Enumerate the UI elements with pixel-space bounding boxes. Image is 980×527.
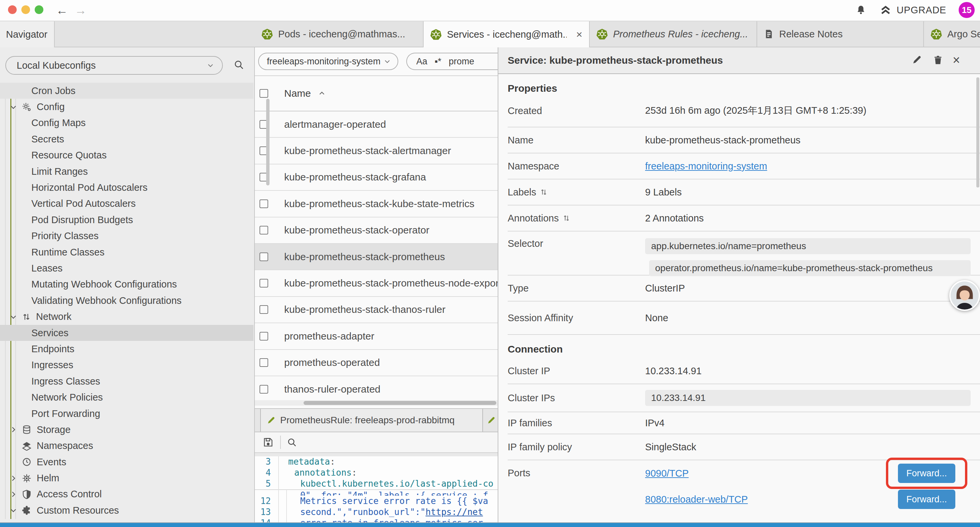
scrollbar-thumb[interactable] — [304, 401, 496, 405]
sidebar-item-helm[interactable]: Helm — [0, 470, 253, 486]
sidebar-item-definitions[interactable]: Definitions — [0, 519, 253, 519]
minimize-window-button[interactable] — [21, 5, 30, 14]
sidebar-item-custom-resources[interactable]: Custom Resources — [0, 502, 253, 518]
sidebar-item-runtime-classes[interactable]: Runtime Classes — [0, 244, 253, 260]
avatar[interactable] — [949, 280, 980, 311]
namespace-filter-select[interactable]: freeleaps-monitoring-system — [258, 53, 398, 70]
row-checkbox[interactable] — [259, 358, 268, 367]
scrollbar-thumb[interactable] — [976, 77, 979, 188]
sidebar-item-horizontal-pod-autoscalers[interactable]: Horizontal Pod Autoscalers — [0, 180, 253, 196]
select-all-checkbox[interactable] — [259, 89, 268, 98]
namespace-link[interactable]: freeleaps-monitoring-system — [645, 161, 767, 172]
tab-argo-se[interactable]: Argo Se — [924, 21, 980, 47]
forward-button[interactable]: Forward... — [898, 490, 955, 509]
sidebar-item-storage[interactable]: Storage — [0, 422, 253, 438]
row-checkbox[interactable] — [259, 226, 268, 234]
sidebar-item-port-forwarding[interactable]: Port Forwarding — [0, 406, 253, 422]
row-checkbox[interactable] — [259, 199, 268, 208]
property-label: Name — [508, 135, 645, 146]
edit-pencil-icon[interactable] — [912, 55, 922, 65]
sidebar-item-events[interactable]: Events — [0, 454, 253, 470]
editor-tab-prometheusrule[interactable]: PrometheusRule: freeleaps-prod-rabbitmq — [260, 409, 483, 431]
table-row[interactable]: prometheus-adapter — [255, 323, 498, 350]
sidebar-item-mutating-webhook-configuration[interactable]: Mutating Webhook Configurations — [0, 277, 253, 293]
forward-arrow-icon[interactable]: → — [75, 2, 87, 19]
sidebar-item-pod-disruption-budgets[interactable]: Pod Disruption Budgets — [0, 212, 253, 228]
horizontal-scrollbar[interactable] — [255, 400, 498, 406]
sidebar-item-ingresses[interactable]: Ingresses — [0, 357, 253, 373]
table-row[interactable]: kube-prometheus-stack-alertmanager — [255, 138, 498, 164]
sidebar-item-config[interactable]: Config — [0, 99, 253, 115]
close-window-button[interactable] — [8, 5, 17, 14]
tab-pods-icecheng-mathmas[interactable]: Pods - icecheng@mathmas... — [255, 21, 424, 47]
tab-services-icecheng-math[interactable]: Services - icecheng@math...× — [424, 21, 590, 47]
tab-prometheus-rules-icecheng[interactable]: Prometheus Rules - icecheng... — [590, 21, 757, 47]
save-icon[interactable] — [263, 437, 274, 447]
row-checkbox[interactable] — [259, 305, 268, 314]
match-case-toggle[interactable]: Aa — [416, 56, 427, 67]
sidebar-item-limit-ranges[interactable]: Limit Ranges — [0, 164, 253, 180]
chevron-down-icon — [10, 103, 18, 111]
sidebar-item-config-maps[interactable]: Config Maps — [0, 115, 253, 131]
sort-ascending-icon[interactable] — [318, 90, 326, 97]
table-row[interactable]: alertmanager-operated — [255, 111, 498, 138]
service-detail-drawer: Service: kube-prometheus-stack-prometheu… — [498, 47, 980, 523]
table-row[interactable]: kube-prometheus-stack-prometheus — [255, 244, 498, 270]
table-row[interactable]: kube-prometheus-stack-grafana — [255, 164, 498, 191]
property-row-annotations: Annotations2 Annotations — [508, 205, 980, 231]
row-checkbox[interactable] — [259, 279, 268, 288]
drawer-title: Service: kube-prometheus-stack-prometheu… — [508, 55, 723, 66]
name-column-header[interactable]: Name — [284, 88, 311, 99]
bell-icon[interactable] — [856, 5, 866, 15]
port-link[interactable]: 9090/TCP — [645, 468, 689, 479]
search-box[interactable]: Aa ▪* prome — [406, 53, 506, 70]
scrollbar-thumb[interactable] — [266, 99, 269, 185]
search-input[interactable]: prome — [449, 56, 474, 67]
kubeconfig-selector[interactable]: Local Kubeconfigs — [5, 56, 223, 75]
table-row[interactable]: prometheus-operated — [255, 350, 498, 376]
sidebar-item-cron-jobs[interactable]: Cron Jobs — [0, 83, 253, 99]
sidebar-item-network[interactable]: Network — [0, 309, 253, 325]
sidebar-item-access-control[interactable]: Access Control — [0, 486, 253, 502]
editor-search-icon[interactable] — [287, 437, 297, 447]
sidebar-item-network-policies[interactable]: Network Policies — [0, 389, 253, 405]
trash-icon[interactable] — [933, 55, 943, 65]
row-checkbox[interactable] — [259, 385, 268, 393]
zoom-window-button[interactable] — [35, 5, 43, 14]
row-checkbox[interactable] — [259, 253, 268, 261]
sidebar-item-validating-webhook-configurati[interactable]: Validating Webhook Configurations — [0, 293, 253, 309]
notifications-badge[interactable]: 15 — [959, 2, 975, 18]
sidebar-item-vertical-pod-autoscalers[interactable]: Vertical Pod Autoscalers — [0, 196, 253, 212]
yaml-editor[interactable]: 3metadata:4annotations:5kubectl.kubernet… — [255, 456, 498, 524]
sidebar-item-leases[interactable]: Leases — [0, 260, 253, 276]
sidebar-item-secrets[interactable]: Secrets — [0, 131, 253, 147]
upgrade-button[interactable]: UPGRADE — [897, 5, 946, 16]
property-value: app.kubernetes.io/name=prometheusoperato… — [645, 238, 970, 276]
sidebar-item-ingress-classes[interactable]: Ingress Classes — [0, 373, 253, 389]
sidebar-item-services[interactable]: Services — [0, 325, 253, 341]
back-arrow-icon[interactable]: ← — [56, 2, 68, 19]
regex-toggle[interactable]: ▪* — [434, 56, 441, 67]
sidebar-search-icon[interactable] — [234, 59, 244, 70]
table-row[interactable]: kube-prometheus-stack-thanos-ruler — [255, 297, 498, 323]
sidebar-item-resource-quotas[interactable]: Resource Quotas — [0, 147, 253, 164]
tab-release-notes[interactable]: Release Notes — [757, 21, 924, 47]
sidebar-item-namespaces[interactable]: Namespaces — [0, 438, 253, 454]
editor-tab-partial[interactable] — [483, 409, 498, 431]
close-tab-icon[interactable]: × — [572, 29, 582, 41]
close-icon[interactable]: × — [953, 51, 960, 69]
sidebar-item-priority-classes[interactable]: Priority Classes — [0, 228, 253, 244]
upgrade-icon[interactable] — [880, 5, 891, 15]
code-text: Metrics service error rate is {{ $va — [276, 496, 488, 507]
table-row[interactable]: kube-prometheus-stack-prometheus-node-ex… — [255, 270, 498, 296]
table-row[interactable]: thanos-ruler-operated — [255, 376, 498, 403]
row-checkbox[interactable] — [259, 332, 268, 341]
port-link[interactable]: 8080:reloader-web/TCP — [645, 494, 748, 505]
table-row[interactable]: kube-prometheus-stack-kube-state-metrics — [255, 191, 498, 217]
table-header[interactable]: Name — [255, 76, 498, 111]
navigator-panel-tab[interactable]: Navigator — [0, 21, 55, 47]
annotation-highlight-box — [886, 458, 967, 489]
table-row[interactable]: kube-prometheus-stack-operator — [255, 218, 498, 244]
sidebar-item-endpoints[interactable]: Endpoints — [0, 341, 253, 357]
sidebar-item-label: Validating Webhook Configurations — [31, 295, 181, 306]
